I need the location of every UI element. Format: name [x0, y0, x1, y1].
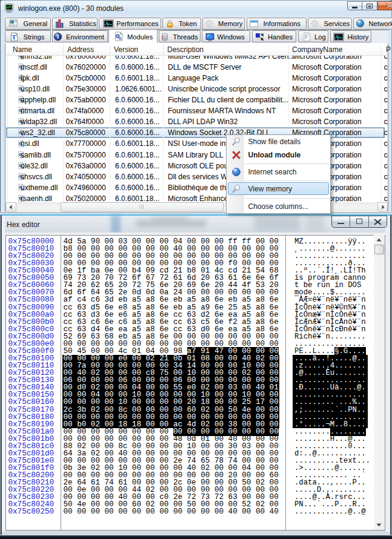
svg-text:T: T	[12, 33, 16, 40]
svg-text:i: i	[57, 33, 59, 40]
